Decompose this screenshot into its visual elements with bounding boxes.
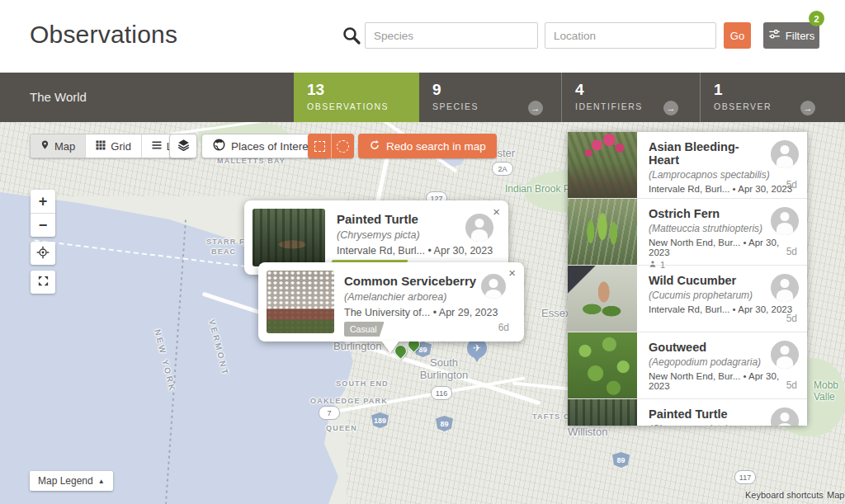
observer-label: OBSERVER [714,101,838,111]
fullscreen-icon [37,275,50,290]
stat-observations[interactable]: 13 OBSERVATIONS [294,73,419,122]
observer-avatar[interactable] [465,214,493,242]
popup-common-serviceberry[interactable]: Common Serviceberry (Amelanchier arborea… [258,262,524,341]
observations-label: OBSERVATIONS [307,101,419,111]
circle-select-button[interactable] [331,134,354,158]
stat-identifiers[interactable]: 4 IDENTIFIERS [561,73,700,122]
grid-icon [96,140,106,153]
filters-count-badge: 2 [809,11,824,26]
search-icon [342,26,361,45]
species-arrow-icon[interactable]: → [528,101,543,115]
places-of-interest-label: Places of Interest [231,140,317,153]
zoom-control: + − [31,190,55,237]
grid-view-button[interactable]: Grid [85,134,141,158]
observation-title[interactable]: Painted Turtle [337,212,418,226]
observation-photo[interactable] [568,399,637,426]
observation-age: 5d [786,313,797,324]
observer-avatar[interactable] [481,274,506,299]
identifiers-count: 4 [575,81,700,99]
observation-meta: New North End, Bur... • Apr 30, 2023 [649,371,797,391]
species-search-input[interactable] [365,22,538,49]
refresh-icon [369,139,380,153]
zoom-out-button[interactable]: − [31,214,55,237]
species-count: 9 [432,81,561,99]
label-south-end: SOUTH END [336,379,389,388]
label-williston: Williston [568,426,607,438]
observation-photo[interactable] [568,266,637,332]
observation-latin-name: (Lamprocapnos spectabilis) [649,169,797,181]
observation-meta: Intervale Rd, Burl... • Apr 30, 2023 [337,245,493,257]
observation-list-item[interactable]: Asian Bleeding-Heart (Lamprocapnos spect… [568,132,807,199]
fullscreen-button[interactable] [31,271,55,294]
map-pin-icon [40,139,50,153]
stat-observer[interactable]: 1 OBSERVER [700,73,838,122]
observation-list-item[interactable]: Wild Cucumber (Cucumis prophetarum) Inte… [568,266,807,332]
grid-view-label: Grid [111,140,131,153]
observation-details: Painted Turtle (Chrysemys picta) [637,399,807,426]
label-oakledge-park: OAKLEDGE PARK [310,397,388,405]
filters-label: Filters [786,30,814,42]
observation-photo[interactable] [568,332,637,398]
observation-photo[interactable] [253,209,325,266]
observation-list-item[interactable]: Painted Turtle (Chrysemys picta) [568,399,807,426]
observation-list-item[interactable]: Ostrich Fern (Matteuccia struthiopteris)… [568,199,807,266]
label-burlington: Burlington [333,340,382,352]
map-view-label: Map [54,140,75,153]
observation-details: Goutweed (Aegopodium podagraria) New Nor… [637,332,807,398]
label-mobb-1: Mobb [814,379,838,391]
observation-latin-name: (Amelanchier arborea) [344,291,446,303]
label-indian-brook: Indian Brook P [505,183,570,195]
redo-search-label: Redo search in map [386,140,486,153]
map-canvas[interactable]: MALLETTS BAY Colchester Indian Brook P S… [0,122,845,504]
observation-photo[interactable] [267,271,334,333]
label-tafts: TAFTS C [532,412,570,421]
observation-details: Asian Bleeding-Heart (Lamprocapnos spect… [637,132,807,198]
popup-tail-pointer [381,341,399,353]
observation-meta: New North End, Bur... • Apr 30, 2023 [649,238,797,257]
shield-2a: 2A [492,162,513,176]
page-title: Observations [30,21,177,49]
identifiers-arrow-icon[interactable]: → [663,101,678,115]
observer-avatar[interactable] [771,274,799,302]
stat-species[interactable]: 9 SPECIES [419,73,561,122]
redo-search-button[interactable]: Redo search in map [358,134,497,158]
close-icon[interactable]: × [508,268,516,278]
observation-photo[interactable] [568,132,637,198]
quality-grade-badge: Casual [344,322,385,337]
observation-details: Ostrich Fern (Matteuccia struthiopteris)… [637,199,807,265]
observation-photo[interactable] [568,199,637,265]
close-icon[interactable]: × [493,207,500,217]
place-name: The World [30,90,87,104]
airplane-icon: ✈ [473,342,481,354]
locate-icon [36,246,50,261]
observer-avatar[interactable] [771,140,799,168]
rectangle-select-button[interactable] [308,134,331,158]
map-legend-button[interactable]: Map Legend ▲ [30,471,113,491]
shield-us7: 7 [319,406,340,420]
zoom-in-button[interactable]: + [31,190,55,213]
label-queen: QUEEN [326,424,357,432]
observation-age: 5d [786,379,797,391]
filters-button[interactable]: Filters [763,22,819,49]
observer-avatar[interactable] [771,341,799,369]
keyboard-shortcuts-link[interactable]: Keyboard shortcuts [745,490,824,500]
layers-button[interactable] [169,134,197,158]
map-data-attribution[interactable]: Map d [827,490,845,500]
dashed-rectangle-icon [314,141,325,152]
go-button[interactable]: Go [724,22,751,49]
label-starr-farm-1: STARR F [206,238,245,246]
observation-meta: The University of... • Apr 29, 2023 [344,307,498,318]
observer-avatar[interactable] [771,207,799,235]
observation-title[interactable]: Common Serviceberry [344,274,476,288]
observations-sidebar: Asian Bleeding-Heart (Lamprocapnos spect… [568,132,807,426]
sliders-icon [768,28,781,43]
label-starr-farm-2: BEAC [211,247,236,256]
observation-meta: Intervale Rd, Burl... • Apr 30, 2023 [649,184,797,194]
map-view-button[interactable]: Map [31,134,85,158]
location-search-input[interactable] [545,22,716,49]
list-icon [152,140,162,153]
observation-list-item[interactable]: Goutweed (Aegopodium podagraria) New Nor… [568,332,807,399]
stats-bar: The World 13 OBSERVATIONS 9 SPECIES 4 ID… [0,73,845,122]
locate-me-button[interactable] [31,242,55,265]
observer-arrow-icon[interactable]: → [800,101,815,115]
